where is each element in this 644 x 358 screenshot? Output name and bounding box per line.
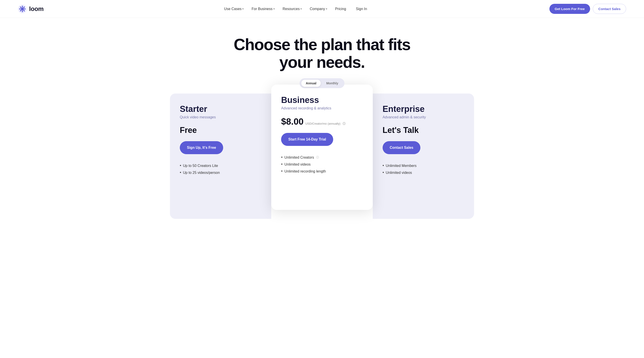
svg-point-6 xyxy=(22,11,23,12)
list-item: Unlimited videos xyxy=(382,169,464,176)
starter-plan-price: Free xyxy=(180,126,262,135)
starter-plan-card: Starter Quick video messages Free Sign U… xyxy=(170,94,271,219)
enterprise-cta-button[interactable]: Contact Sales xyxy=(382,141,420,154)
billing-toggle: Annual Monthly xyxy=(300,78,344,88)
nav-company[interactable]: Company ▾ xyxy=(310,7,327,11)
nav-resources[interactable]: Resources ▾ xyxy=(283,7,302,11)
svg-point-7 xyxy=(19,8,20,10)
nav-pricing[interactable]: Pricing xyxy=(335,7,346,11)
pricing-section: Starter Quick video messages Free Sign U… xyxy=(161,85,483,232)
contact-sales-nav-button[interactable]: Contact Sales xyxy=(593,4,626,14)
svg-point-10 xyxy=(24,10,25,12)
enterprise-plan-price: Let's Talk xyxy=(382,126,464,135)
get-loom-free-button[interactable]: Get Loom For Free xyxy=(550,4,590,14)
annual-toggle-button[interactable]: Annual xyxy=(301,80,321,87)
enterprise-features-list: Unlimited Members Unlimited videos xyxy=(382,162,464,176)
starter-features-list: Up to 50 Creators Lite Up to 25 videos/p… xyxy=(180,162,262,176)
enterprise-plan-name: Enterprise xyxy=(382,104,464,114)
list-item: Unlimited Members xyxy=(382,162,464,169)
svg-point-12 xyxy=(20,10,21,12)
starter-plan-name: Starter xyxy=(180,104,262,114)
logo[interactable]: loom xyxy=(18,5,44,14)
list-item: Unlimited Creators ⓘ xyxy=(281,154,363,161)
business-plan-card: Annual Monthly Business Advanced recordi… xyxy=(271,85,372,210)
enterprise-plan-card: Enterprise Advanced admin & security Let… xyxy=(373,94,474,219)
list-item: Up to 50 Creators Lite xyxy=(180,162,262,169)
hero-title: Choose the plan that fits your needs. xyxy=(222,36,422,71)
business-features-list: Unlimited Creators ⓘ Unlimited videos Un… xyxy=(281,154,363,175)
starter-plan-desc: Quick video messages xyxy=(180,115,262,119)
svg-point-9 xyxy=(20,7,21,8)
monthly-toggle-button[interactable]: Monthly xyxy=(322,80,343,87)
svg-point-8 xyxy=(24,8,26,10)
list-item: Up to 25 videos/person xyxy=(180,169,262,176)
list-item: Unlimited videos xyxy=(281,161,363,168)
sign-in-button[interactable]: Sign In xyxy=(354,7,369,11)
svg-point-5 xyxy=(22,6,23,7)
chevron-down-icon: ▾ xyxy=(326,8,327,10)
business-price-label: USD/Creator/mo (annually) xyxy=(305,122,340,125)
chevron-down-icon: ▾ xyxy=(300,8,302,10)
business-plan-price: $8.00 USD/Creator/mo (annually) ⓘ xyxy=(281,117,363,127)
business-plan-name: Business xyxy=(281,95,363,105)
business-plan-desc: Advanced recording & analytics xyxy=(281,106,363,110)
enterprise-plan-desc: Advanced admin & security xyxy=(382,115,464,119)
hero-section: Choose the plan that fits your needs. xyxy=(0,18,644,85)
navbar: loom Use Cases ▾ For Business ▾ Resource… xyxy=(0,0,644,18)
info-icon[interactable]: ⓘ xyxy=(342,122,346,126)
nav-for-business[interactable]: For Business ▾ xyxy=(252,7,274,11)
nav-actions: Get Loom For Free Contact Sales xyxy=(550,4,626,14)
nav-links: Use Cases ▾ For Business ▾ Resources ▾ C… xyxy=(224,7,369,11)
business-cta-button[interactable]: Start Free 14-Day Trial xyxy=(281,133,333,146)
chevron-down-icon: ▾ xyxy=(274,8,274,10)
starter-cta-button[interactable]: Sign Up, It's Free xyxy=(180,141,223,154)
logo-text: loom xyxy=(29,5,44,13)
loom-logo-icon xyxy=(18,5,27,14)
info-icon[interactable]: ⓘ xyxy=(316,156,319,159)
nav-use-cases[interactable]: Use Cases ▾ xyxy=(224,7,244,11)
svg-point-11 xyxy=(24,7,25,8)
chevron-down-icon: ▾ xyxy=(242,8,244,10)
list-item: Unlimited recording length xyxy=(281,168,363,175)
